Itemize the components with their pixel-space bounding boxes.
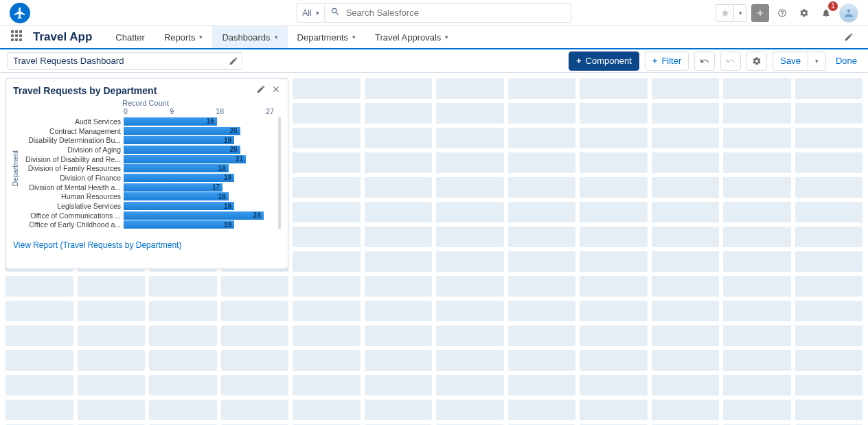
nav-tab-travel-approvals[interactable]: Travel Approvals▾ [365, 26, 458, 48]
chart-bar[interactable]: 19 [124, 136, 234, 144]
grid-placeholder-cell [508, 227, 576, 247]
view-report-link[interactable]: View Report (Travel Requests by Departme… [6, 236, 288, 254]
grid-placeholder-cell [652, 301, 720, 321]
done-button[interactable]: Done [832, 56, 861, 66]
avatar[interactable] [839, 3, 858, 23]
grid-placeholder-cell [293, 78, 361, 99]
grid-placeholder-cell [221, 301, 289, 321]
grid-placeholder-cell [580, 128, 648, 148]
grid-placeholder-cell [723, 78, 791, 99]
app-logo[interactable] [10, 3, 30, 23]
help-button[interactable] [773, 4, 791, 22]
nav-tab-chatter[interactable]: Chatter [106, 26, 155, 48]
nav-tab-label: Reports [164, 32, 196, 43]
save-button[interactable]: Save [773, 51, 808, 71]
chart-scrollbar[interactable] [278, 117, 281, 229]
chart-bar[interactable]: 20 [124, 146, 240, 154]
chart-bar[interactable]: 16 [124, 117, 217, 126]
grid-placeholder-cell [293, 276, 361, 297]
grid-placeholder-cell [508, 152, 576, 173]
chart-bar[interactable]: 19 [124, 174, 234, 182]
chart-bar[interactable]: 19 [124, 220, 234, 229]
component-edit-button[interactable] [256, 84, 266, 96]
grid-placeholder-cell [293, 152, 361, 173]
component-close-button[interactable] [271, 84, 281, 96]
grid-placeholder-cell [365, 78, 433, 99]
grid-placeholder-cell [436, 78, 504, 99]
search-input[interactable] [346, 8, 571, 18]
grid-placeholder-cell [508, 202, 576, 222]
grid-placeholder-cell [652, 78, 720, 99]
chart-category-label: Disability Determination Bu... [21, 136, 124, 144]
grid-placeholder-cell [365, 177, 433, 198]
chart-bar[interactable]: 19 [124, 202, 234, 210]
chart-bar-track: 19 [124, 174, 281, 182]
chart-bar-value: 16 [207, 117, 214, 125]
grid-placeholder-cell [5, 276, 73, 297]
grid-placeholder-cell [78, 350, 146, 371]
favorite-menu-button[interactable]: ▾ [733, 4, 747, 22]
grid-placeholder-cell [436, 350, 504, 371]
chart-bar-track: 24 [124, 211, 281, 220]
chart-component-card[interactable]: Travel Requests by Department Record Cou… [5, 78, 288, 269]
add-filter-button[interactable]: + Filter [645, 51, 689, 71]
grid-placeholder-cell [5, 400, 73, 420]
star-icon [720, 8, 730, 18]
grid-placeholder-cell [580, 301, 648, 321]
grid-placeholder-cell [365, 251, 433, 272]
chart-bar[interactable]: 21 [124, 155, 246, 163]
grid-placeholder-cell [365, 350, 433, 371]
grid-placeholder-cell [508, 177, 576, 198]
save-menu-button[interactable]: ▾ [808, 51, 826, 71]
grid-placeholder-cell [365, 128, 433, 148]
grid-placeholder-cell [5, 375, 73, 395]
setup-button[interactable] [795, 4, 813, 22]
chart-bar[interactable]: 17 [124, 183, 222, 192]
redo-button[interactable] [720, 51, 741, 71]
favorite-button[interactable] [716, 4, 733, 22]
nav-tab-dashboards[interactable]: Dashboards▾ [212, 26, 287, 48]
grid-placeholder-cell [436, 325, 504, 346]
grid-placeholder-cell [5, 325, 73, 346]
nav-edit-button[interactable] [841, 29, 857, 45]
undo-button[interactable] [694, 51, 715, 71]
search-scope-dropdown[interactable]: All ▾ [296, 3, 324, 23]
nav-tab-departments[interactable]: Departments▾ [288, 26, 365, 48]
notifications-button[interactable]: 1 [817, 4, 835, 22]
chart-bar-track: 19 [124, 202, 281, 210]
chart-bar-row: Division of Disability and Re...21 [21, 154, 281, 164]
grid-placeholder-cell [436, 400, 504, 420]
nav-tab-reports[interactable]: Reports▾ [155, 26, 213, 48]
grid-placeholder-cell [149, 350, 217, 371]
dashboard-title-input[interactable] [7, 52, 227, 70]
chart-bar[interactable]: 20 [124, 127, 240, 135]
chart-bar-row: Human Resources18 [21, 192, 281, 202]
grid-placeholder-cell [221, 375, 289, 395]
search-icon [331, 7, 341, 19]
chart-bar-value: 20 [230, 146, 238, 153]
grid-placeholder-cell [723, 128, 791, 148]
app-launcher[interactable] [11, 30, 25, 44]
grid-placeholder-cell [795, 227, 863, 247]
dashboard-title-edit-button[interactable] [225, 52, 242, 70]
grid-placeholder-cell [652, 276, 720, 297]
chart-bar-track: 17 [124, 183, 281, 192]
chart-bar[interactable]: 18 [124, 192, 229, 200]
chart-category-label: Division of Finance [21, 174, 124, 182]
add-component-button[interactable]: + Component [569, 51, 639, 71]
dashboard-properties-button[interactable] [746, 51, 767, 71]
nav-tab-label: Travel Approvals [375, 32, 441, 43]
grid-placeholder-cell [723, 202, 791, 222]
grid-placeholder-cell [78, 325, 146, 346]
grid-placeholder-cell [723, 325, 791, 346]
chart-bar-track: 21 [124, 155, 281, 163]
global-actions-button[interactable] [751, 4, 769, 22]
airplane-icon [13, 6, 27, 20]
chart-bar[interactable]: 24 [124, 211, 264, 220]
chart-bar-row: Division of Finance19 [21, 173, 281, 183]
chart-bar[interactable]: 18 [124, 164, 229, 172]
grid-placeholder-cell [221, 276, 289, 297]
grid-placeholder-cell [508, 301, 576, 321]
grid-placeholder-cell [723, 301, 791, 321]
grid-placeholder-cell [795, 152, 863, 173]
